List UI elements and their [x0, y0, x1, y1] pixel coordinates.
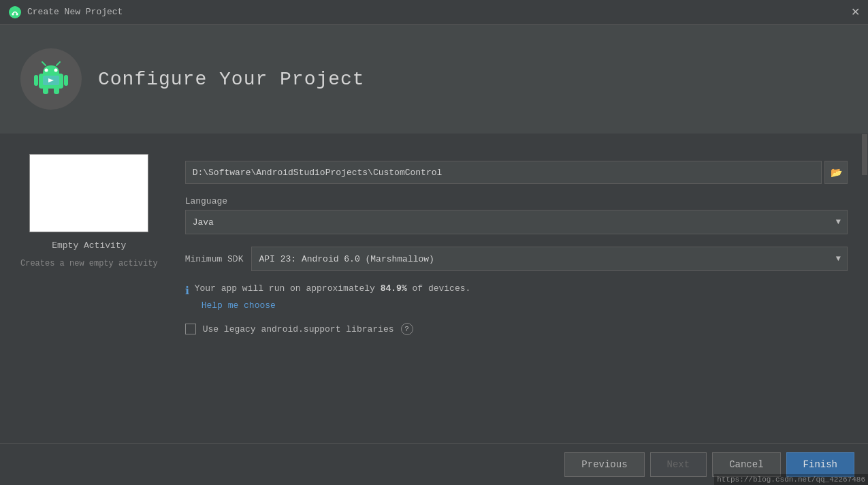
svg-rect-10 — [43, 87, 48, 94]
question-mark-icon: ? — [404, 325, 409, 333]
sdk-select[interactable]: API 23: Android 6.0 (Marshmallow) API 21… — [251, 247, 848, 271]
browse-button[interactable]: 📂 — [824, 161, 848, 184]
svg-line-6 — [42, 62, 46, 65]
svg-point-2 — [16, 13, 18, 15]
sdk-row: Minimum SDK API 23: Android 6.0 (Marshma… — [185, 247, 848, 271]
activity-description: Creates a new empty activity — [20, 259, 158, 268]
device-coverage-info: ℹ Your app will run on approximately 84.… — [185, 283, 848, 311]
language-select[interactable]: Java Kotlin — [185, 210, 848, 234]
device-coverage-text: Your app will run on approximately 84.9%… — [195, 283, 471, 294]
info-icon: ℹ — [185, 284, 189, 298]
info-text-before: Your app will run on approximately — [195, 283, 381, 294]
coverage-percent: 84.9% — [381, 283, 407, 294]
finish-button[interactable]: Finish — [786, 452, 854, 477]
scrollbar[interactable] — [861, 134, 868, 444]
language-select-wrapper: Java Kotlin ▼ — [185, 210, 848, 234]
legacy-help-icon[interactable]: ? — [401, 323, 413, 335]
left-panel: Empty Activity Creates a new empty activ… — [20, 154, 158, 471]
legacy-libraries-row: Use legacy android.support libraries ? — [185, 323, 848, 335]
svg-point-5 — [54, 69, 58, 72]
svg-rect-9 — [64, 75, 68, 86]
android-logo — [20, 48, 82, 110]
svg-rect-11 — [54, 87, 59, 94]
cancel-button[interactable]: Cancel — [712, 452, 780, 477]
close-button[interactable]: ✕ — [851, 7, 860, 18]
android-studio-icon — [8, 5, 22, 19]
legacy-libraries-label: Use legacy android.support libraries — [203, 324, 394, 334]
svg-point-1 — [12, 13, 14, 15]
language-label: Language — [185, 196, 848, 206]
page-title: Configure Your Project — [98, 69, 365, 90]
help-me-choose-link[interactable]: Help me choose — [202, 300, 848, 311]
sdk-select-wrapper: API 23: Android 6.0 (Marshmallow) API 21… — [251, 247, 848, 271]
header-area: Configure Your Project — [0, 25, 868, 134]
title-bar: Create New Project ✕ — [0, 0, 868, 25]
right-panel: 📂 Language Java Kotlin ▼ Minimum SDK — [185, 154, 848, 471]
info-text-after: of devices. — [407, 283, 471, 294]
sdk-label: Minimum SDK — [185, 254, 244, 264]
save-location-input[interactable] — [185, 161, 822, 184]
activity-preview-image — [29, 154, 148, 232]
language-field-group: Language Java Kotlin ▼ — [185, 196, 848, 234]
svg-point-4 — [45, 69, 48, 72]
previous-button[interactable]: Previous — [564, 452, 644, 477]
window-title: Create New Project — [27, 7, 123, 17]
content-area: Empty Activity Creates a new empty activ… — [0, 134, 868, 485]
legacy-libraries-checkbox[interactable] — [185, 324, 196, 334]
save-location-row: 📂 — [185, 161, 848, 184]
svg-line-7 — [57, 62, 60, 65]
next-button[interactable]: Next — [650, 452, 707, 477]
svg-rect-8 — [34, 75, 38, 86]
watermark: https://blog.csdn.net/qq_42267486 — [714, 474, 868, 485]
activity-name-label: Empty Activity — [52, 240, 126, 251]
folder-icon: 📂 — [831, 167, 842, 178]
scrollbar-thumb[interactable] — [862, 134, 867, 175]
